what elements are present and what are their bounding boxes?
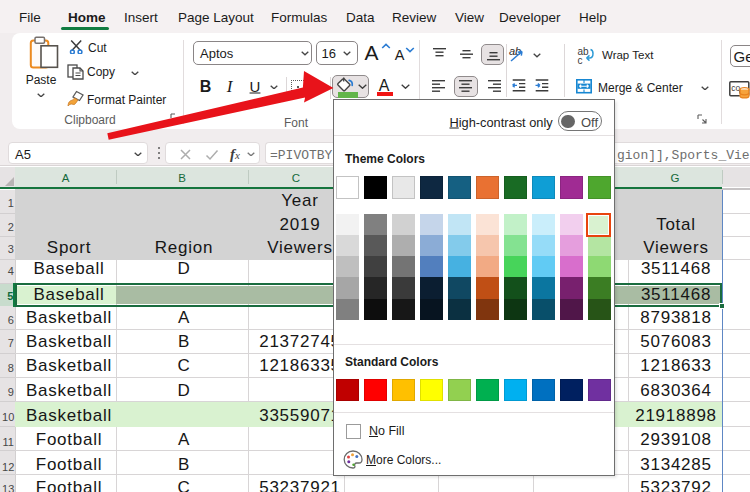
svg-text:c: c [578, 55, 583, 65]
